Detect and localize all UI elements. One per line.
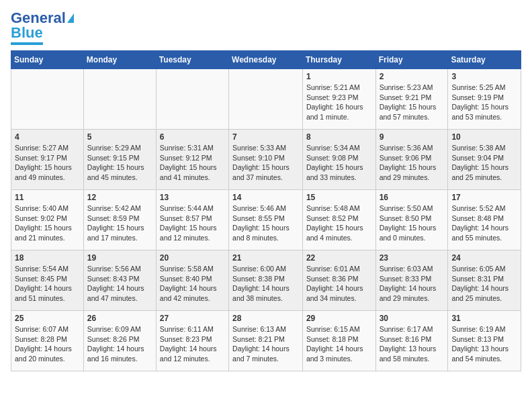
- col-header-wednesday: Wednesday: [229, 51, 303, 69]
- day-number: 21: [232, 253, 299, 263]
- calendar-cell: 7Sunrise: 5:33 AMSunset: 9:10 PMDaylight…: [229, 130, 303, 190]
- logo-text: General: [11, 11, 66, 26]
- day-number: 4: [15, 132, 80, 142]
- calendar-cell: 28Sunrise: 6:13 AMSunset: 8:21 PMDayligh…: [229, 311, 303, 371]
- day-number: 18: [15, 253, 80, 263]
- day-info: Sunrise: 6:11 AMSunset: 8:23 PMDaylight:…: [160, 324, 225, 364]
- calendar-cell: 23Sunrise: 6:03 AMSunset: 8:33 PMDayligh…: [375, 250, 448, 311]
- day-number: 25: [15, 314, 80, 323]
- calendar-cell: 5Sunrise: 5:29 AMSunset: 9:15 PMDaylight…: [83, 130, 156, 190]
- day-info: Sunrise: 5:46 AMSunset: 8:55 PMDaylight:…: [232, 203, 299, 243]
- day-info: Sunrise: 5:58 AMSunset: 8:40 PMDaylight:…: [160, 264, 225, 304]
- calendar-cell: 13Sunrise: 5:44 AMSunset: 8:57 PMDayligh…: [156, 190, 228, 250]
- day-number: 3: [451, 72, 517, 81]
- day-number: 29: [306, 314, 372, 323]
- calendar-cell: 14Sunrise: 5:46 AMSunset: 8:55 PMDayligh…: [229, 190, 303, 250]
- day-info: Sunrise: 6:17 AMSunset: 8:16 PMDaylight:…: [380, 324, 445, 364]
- calendar-cell: 25Sunrise: 6:07 AMSunset: 8:28 PMDayligh…: [11, 311, 84, 371]
- day-number: 1: [306, 72, 372, 81]
- day-number: 8: [306, 132, 372, 142]
- day-number: 22: [306, 253, 372, 263]
- calendar-cell: 8Sunrise: 5:34 AMSunset: 9:08 PMDaylight…: [302, 130, 375, 190]
- calendar-cell: 16Sunrise: 5:50 AMSunset: 8:50 PMDayligh…: [375, 190, 448, 250]
- day-info: Sunrise: 5:36 AMSunset: 9:06 PMDaylight:…: [380, 143, 445, 183]
- day-info: Sunrise: 6:00 AMSunset: 8:38 PMDaylight:…: [232, 264, 299, 304]
- day-number: 13: [160, 193, 225, 202]
- day-info: Sunrise: 5:44 AMSunset: 8:57 PMDaylight:…: [160, 203, 225, 243]
- day-info: Sunrise: 6:09 AMSunset: 8:26 PMDaylight:…: [87, 324, 152, 364]
- day-info: Sunrise: 5:54 AMSunset: 8:45 PMDaylight:…: [15, 264, 80, 304]
- logo: General Blue: [11, 11, 74, 45]
- calendar-week-1: 1Sunrise: 5:21 AMSunset: 9:23 PMDaylight…: [11, 69, 521, 130]
- day-info: Sunrise: 5:21 AMSunset: 9:23 PMDaylight:…: [306, 83, 372, 122]
- day-info: Sunrise: 6:07 AMSunset: 8:28 PMDaylight:…: [15, 324, 80, 364]
- day-info: Sunrise: 6:15 AMSunset: 8:18 PMDaylight:…: [306, 324, 372, 364]
- calendar-cell: 10Sunrise: 5:38 AMSunset: 9:04 PMDayligh…: [448, 130, 521, 190]
- calendar-cell: 4Sunrise: 5:27 AMSunset: 9:17 PMDaylight…: [11, 130, 84, 190]
- day-info: Sunrise: 5:52 AMSunset: 8:48 PMDaylight:…: [451, 203, 517, 243]
- day-number: 12: [87, 193, 152, 202]
- calendar-cell: 19Sunrise: 5:56 AMSunset: 8:43 PMDayligh…: [83, 250, 156, 311]
- col-header-saturday: Saturday: [448, 51, 521, 69]
- day-number: 30: [380, 314, 445, 323]
- calendar-cell: 6Sunrise: 5:31 AMSunset: 9:12 PMDaylight…: [156, 130, 228, 190]
- calendar-cell: 15Sunrise: 5:48 AMSunset: 8:52 PMDayligh…: [302, 190, 375, 250]
- calendar-cell: 30Sunrise: 6:17 AMSunset: 8:16 PMDayligh…: [375, 311, 448, 371]
- day-number: 27: [160, 314, 225, 323]
- day-info: Sunrise: 6:03 AMSunset: 8:33 PMDaylight:…: [380, 264, 445, 304]
- day-number: 11: [15, 193, 80, 202]
- calendar-week-5: 25Sunrise: 6:07 AMSunset: 8:28 PMDayligh…: [11, 311, 521, 371]
- day-info: Sunrise: 5:23 AMSunset: 9:21 PMDaylight:…: [380, 83, 445, 122]
- day-number: 10: [451, 132, 517, 142]
- day-number: 16: [380, 193, 445, 202]
- day-info: Sunrise: 5:48 AMSunset: 8:52 PMDaylight:…: [306, 203, 372, 243]
- day-info: Sunrise: 5:29 AMSunset: 9:15 PMDaylight:…: [87, 143, 152, 183]
- logo-triangle-icon: [67, 13, 74, 23]
- day-number: 28: [232, 314, 299, 323]
- day-number: 31: [451, 314, 517, 323]
- calendar-table: SundayMondayTuesdayWednesdayThursdayFrid…: [11, 50, 521, 371]
- calendar-header-row: SundayMondayTuesdayWednesdayThursdayFrid…: [11, 51, 521, 69]
- day-number: 6: [160, 132, 225, 142]
- day-number: 19: [87, 253, 152, 263]
- calendar-cell: 26Sunrise: 6:09 AMSunset: 8:26 PMDayligh…: [83, 311, 156, 371]
- calendar-cell: 11Sunrise: 5:40 AMSunset: 9:02 PMDayligh…: [11, 190, 84, 250]
- day-info: Sunrise: 6:13 AMSunset: 8:21 PMDaylight:…: [232, 324, 299, 364]
- calendar-week-4: 18Sunrise: 5:54 AMSunset: 8:45 PMDayligh…: [11, 250, 521, 311]
- logo-text2: Blue: [11, 26, 43, 40]
- calendar-cell: 29Sunrise: 6:15 AMSunset: 8:18 PMDayligh…: [302, 311, 375, 371]
- calendar-cell: 18Sunrise: 5:54 AMSunset: 8:45 PMDayligh…: [11, 250, 84, 311]
- calendar-week-3: 11Sunrise: 5:40 AMSunset: 9:02 PMDayligh…: [11, 190, 521, 250]
- day-info: Sunrise: 5:33 AMSunset: 9:10 PMDaylight:…: [232, 143, 299, 183]
- page-header: General Blue: [11, 11, 521, 45]
- calendar-cell: 17Sunrise: 5:52 AMSunset: 8:48 PMDayligh…: [448, 190, 521, 250]
- day-number: 9: [380, 132, 445, 142]
- day-number: 5: [87, 132, 152, 142]
- calendar-cell: 27Sunrise: 6:11 AMSunset: 8:23 PMDayligh…: [156, 311, 228, 371]
- calendar-cell: 9Sunrise: 5:36 AMSunset: 9:06 PMDaylight…: [375, 130, 448, 190]
- logo-bar: [11, 42, 43, 45]
- calendar-cell: 31Sunrise: 6:19 AMSunset: 8:13 PMDayligh…: [448, 311, 521, 371]
- calendar-cell: 2Sunrise: 5:23 AMSunset: 9:21 PMDaylight…: [375, 69, 448, 130]
- calendar-cell: 3Sunrise: 5:25 AMSunset: 9:19 PMDaylight…: [448, 69, 521, 130]
- calendar-cell: [229, 69, 303, 130]
- day-number: 26: [87, 314, 152, 323]
- day-number: 2: [380, 72, 445, 81]
- calendar-cell: [11, 69, 84, 130]
- day-number: 24: [451, 253, 517, 263]
- col-header-monday: Monday: [83, 51, 156, 69]
- calendar-cell: 21Sunrise: 6:00 AMSunset: 8:38 PMDayligh…: [229, 250, 303, 311]
- day-info: Sunrise: 6:05 AMSunset: 8:31 PMDaylight:…: [451, 264, 517, 304]
- col-header-tuesday: Tuesday: [156, 51, 228, 69]
- col-header-friday: Friday: [375, 51, 448, 69]
- calendar-cell: 1Sunrise: 5:21 AMSunset: 9:23 PMDaylight…: [302, 69, 375, 130]
- col-header-thursday: Thursday: [302, 51, 375, 69]
- calendar-cell: 20Sunrise: 5:58 AMSunset: 8:40 PMDayligh…: [156, 250, 228, 311]
- day-info: Sunrise: 5:31 AMSunset: 9:12 PMDaylight:…: [160, 143, 225, 183]
- day-info: Sunrise: 5:27 AMSunset: 9:17 PMDaylight:…: [15, 143, 80, 183]
- day-info: Sunrise: 6:19 AMSunset: 8:13 PMDaylight:…: [451, 324, 517, 364]
- calendar-week-2: 4Sunrise: 5:27 AMSunset: 9:17 PMDaylight…: [11, 130, 521, 190]
- calendar-cell: [156, 69, 228, 130]
- day-number: 17: [451, 193, 517, 202]
- calendar-cell: 12Sunrise: 5:42 AMSunset: 8:59 PMDayligh…: [83, 190, 156, 250]
